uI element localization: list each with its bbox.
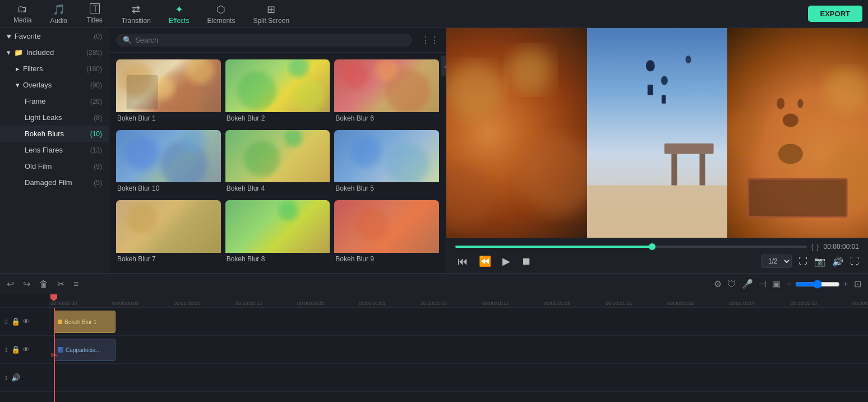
quality-select[interactable]: 1/2 1/1 1/4 [761,255,792,268]
clip-bokeh-blur-1[interactable]: Bokeh Blur 1 [54,311,116,333]
search-input[interactable] [135,36,405,44]
sidebar-item-lightleaks[interactable]: Light Leaks (8) [0,109,109,126]
volume-icon[interactable]: 🔊 [832,256,843,267]
svg-point-8 [341,61,370,89]
sidebar-item-included[interactable]: ▾ 📁 Included (285) [0,44,109,61]
toolbar-transition[interactable]: ⇄ Transition [114,1,159,27]
track-2-eye-icon[interactable]: 👁 [22,317,30,326]
svg-point-21 [446,63,502,119]
screenshot-icon[interactable]: 📷 [814,256,825,267]
split-icon[interactable]: ▣ [772,279,781,289]
toolbar-splitscreen[interactable]: ⊞ Split Screen [245,1,297,27]
timeline-tracks-area: 00:00:00:00 00:00:00:05 00:00:00:10 00:0… [49,294,868,402]
sidebar-item-lensflares[interactable]: Lens Flares (13) [0,142,109,158]
effect-card-bokeh10[interactable]: Bokeh Blur 10 [116,130,221,196]
track-1-icons: 🔒 👁 [11,345,30,354]
sidebar-item-filters[interactable]: ▸ Filters (160) [0,61,109,77]
clip-dot-icon [58,320,62,324]
toolbar-elements[interactable]: ⬡ Elements [199,1,243,27]
ruler-mark-0: 00:00:00:00 [49,301,111,306]
preview-panel: { } 00:00:00:01 ⏮ ⏪ ▶ ⏹ 1/2 1/1 1/4 ⛶ 📷 [446,28,868,273]
effect-card-bokeh7[interactable]: Bokeh Blur 7 [116,200,221,266]
favorite-icon: ♥ [7,32,11,40]
mic-icon[interactable]: 🎤 [742,279,753,289]
adjust-button[interactable]: ≡ [73,279,79,289]
svg-point-18 [127,203,158,234]
zoom-slider[interactable] [795,280,840,289]
playhead-line [54,308,55,402]
timeline-toolbar: ↩ ↪ 🗑 ✂ ≡ ⚙ 🛡 🎤 ⊣ ▣ − + ⊡ [0,274,868,294]
clip-video-thumb-icon [58,347,63,353]
effect-card-bokeh1[interactable]: Bokeh Blur 1 [116,59,221,126]
track-2-icons: 🔒 👁 [11,317,30,326]
track-2-lock-icon[interactable]: 🔒 [11,317,20,326]
svg-point-30 [685,56,691,63]
effects-icon: ✦ [175,3,183,16]
track-1-eye-icon[interactable]: 👁 [22,345,30,354]
svg-point-6 [237,71,276,110]
progress-brackets: { } [811,243,819,251]
track-audio-icons: 🔊 [11,373,20,382]
delete-button[interactable]: 🗑 [39,279,48,289]
track-audio-volume-icon[interactable]: 🔊 [11,373,20,382]
effect-card-bokeh9[interactable]: Bokeh Blur 9 [334,200,439,266]
effect-card-bokeh6[interactable]: Bokeh Blur 6 [334,59,439,126]
preview-right-panel [727,28,868,238]
svg-point-26 [645,60,654,71]
detach-icon[interactable]: ⊣ [759,279,767,289]
progress-bar-track[interactable] [455,246,807,248]
progress-bar-wrap: { } 00:00:00:01 [455,243,859,251]
toolbar-titles[interactable]: 🅃 Titles [78,1,112,26]
cut-button[interactable]: ✂ [57,279,64,289]
zoom-in-button[interactable]: + [843,279,848,289]
settings-icon[interactable]: ⛶ [850,256,859,266]
splitscreen-icon: ⊞ [267,3,275,16]
effect-card-bokeh8[interactable]: Bokeh Blur 8 [225,200,330,266]
collapse-panel-button[interactable]: ◀ [441,56,446,76]
effect-card-bokeh5[interactable]: Bokeh Blur 5 [334,130,439,196]
svg-point-39 [777,98,785,109]
chevron-down-icon: ▾ [7,48,11,57]
timeline-track-overlay: Bokeh Blur 1 [49,308,868,336]
sidebar-item-bokehblurs[interactable]: Bokeh Blurs (10) [0,126,109,142]
play-button[interactable]: ▶ [500,254,513,269]
svg-point-7 [293,81,325,112]
sidebar-item-overlays[interactable]: ▾ Overlays (90) [0,77,109,93]
sidebar-item-damagedfilm[interactable]: Damaged Film (5) [0,174,109,191]
skip-back-button[interactable]: ⏮ [455,255,470,269]
ruler-mark-4: 00:00:00:20 [296,301,358,306]
grid-view-icon[interactable]: ⋮⋮ [421,35,439,45]
fit-timeline-button[interactable]: ⊡ [854,279,861,289]
effect-card-bokeh4[interactable]: Bokeh Blur 4 [225,130,330,196]
svg-rect-31 [664,144,714,154]
track-label-2: 2 🔒 👁 [0,308,49,336]
clip-cappadocia[interactable]: CappadociaHotAirBa... [54,339,116,361]
sidebar-item-frame[interactable]: Frame (26) [0,93,109,109]
sidebar-item-favorite[interactable]: ♥ Favorite (0) [0,28,109,44]
stop-button[interactable]: ⏹ [519,255,534,269]
export-button[interactable]: EXPORT [808,6,862,22]
timeline-track-video: CappadociaHotAirBa... ✂ [49,336,868,364]
track-1-lock-icon[interactable]: 🔒 [11,345,20,354]
effects-grid: Bokeh Blur 1 Bokeh Blur 2 [109,53,446,273]
progress-bar-fill [455,246,652,248]
undo-button[interactable]: ↩ [7,279,14,289]
svg-point-34 [824,68,868,113]
progress-bar-thumb [649,243,655,250]
elements-icon: ⬡ [216,3,225,16]
track-settings-icon[interactable]: ⚙ [714,279,722,289]
svg-point-38 [783,114,798,127]
preview-center-panel [587,28,728,238]
effect-card-bokeh2[interactable]: Bokeh Blur 2 [225,59,330,126]
zoom-out-button[interactable]: − [786,279,791,289]
sidebar: ♥ Favorite (0) ▾ 📁 Included (285) ▸ Filt… [0,28,109,273]
toolbar-audio[interactable]: 🎵 Audio [42,1,76,27]
ruler-mark-3: 00:00:00:15 [234,301,296,306]
shield-icon[interactable]: 🛡 [727,279,736,289]
fullscreen-icon[interactable]: ⛶ [798,256,807,266]
toolbar-effects[interactable]: ✦ Effects [161,1,197,27]
toolbar-media[interactable]: 🗂 Media [6,1,40,26]
sidebar-item-oldfilm[interactable]: Old Film (9) [0,158,109,174]
redo-button[interactable]: ↪ [23,279,30,289]
step-back-button[interactable]: ⏪ [477,254,493,269]
